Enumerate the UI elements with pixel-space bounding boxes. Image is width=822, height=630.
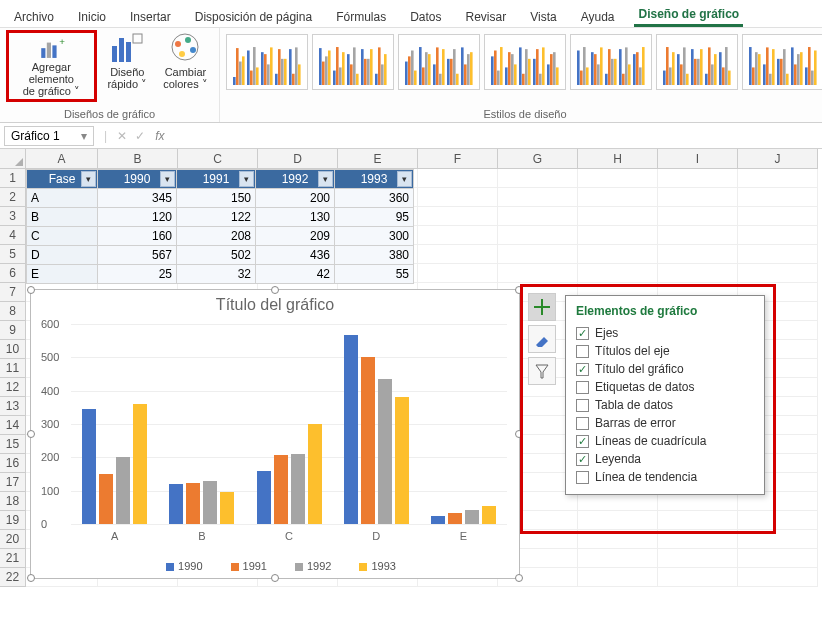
bar[interactable] xyxy=(291,454,305,524)
chart-element-option[interactable]: Etiquetas de datos xyxy=(576,378,754,396)
row-header[interactable]: 21 xyxy=(0,549,26,568)
table-cell[interactable]: 208 xyxy=(177,227,256,246)
cell[interactable] xyxy=(498,264,578,283)
table-cell[interactable]: 160 xyxy=(98,227,177,246)
column-header[interactable]: I xyxy=(658,149,738,169)
column-header[interactable]: B xyxy=(98,149,178,169)
cell[interactable] xyxy=(658,264,738,283)
bar[interactable] xyxy=(431,516,445,524)
chart-style-thumb[interactable] xyxy=(570,34,652,90)
chart-filters-button[interactable] xyxy=(528,357,556,385)
cell[interactable] xyxy=(738,207,818,226)
table-cell[interactable]: 200 xyxy=(256,189,335,208)
cell[interactable] xyxy=(738,264,818,283)
chart-styles-gallery[interactable] xyxy=(226,30,822,90)
legend-item[interactable]: 1991 xyxy=(219,560,267,572)
bar[interactable] xyxy=(203,481,217,524)
bar[interactable] xyxy=(274,455,288,524)
table-cell[interactable]: 42 xyxy=(256,265,335,284)
bar[interactable] xyxy=(378,379,392,524)
legend-item[interactable]: 1993 xyxy=(347,560,395,572)
bar[interactable] xyxy=(344,335,358,524)
cell[interactable] xyxy=(578,226,658,245)
cell[interactable] xyxy=(658,568,738,587)
column-header[interactable]: A xyxy=(26,149,98,169)
cell[interactable] xyxy=(738,549,818,568)
cell[interactable] xyxy=(658,207,738,226)
cell[interactable] xyxy=(658,549,738,568)
chart-element-option[interactable]: ✓Líneas de cuadrícula xyxy=(576,432,754,450)
tab-inicio[interactable]: Inicio xyxy=(74,7,110,27)
table-cell[interactable]: 25 xyxy=(98,265,177,284)
tab-ayuda[interactable]: Ayuda xyxy=(577,7,619,27)
row-header[interactable]: 11 xyxy=(0,359,26,378)
cell[interactable] xyxy=(658,169,738,188)
legend-item[interactable]: 1990 xyxy=(154,560,202,572)
tab-fórmulas[interactable]: Fórmulas xyxy=(332,7,390,27)
row-header[interactable]: 7 xyxy=(0,283,26,302)
filter-dropdown-icon[interactable]: ▾ xyxy=(239,171,254,187)
tab-revisar[interactable]: Revisar xyxy=(462,7,511,27)
column-header[interactable]: E xyxy=(338,149,418,169)
chart-element-option[interactable]: ✓Título del gráfico xyxy=(576,360,754,378)
name-box[interactable]: Gráfico 1▾ xyxy=(4,126,94,146)
filter-dropdown-icon[interactable]: ▾ xyxy=(81,171,96,187)
chart-styles-button[interactable] xyxy=(528,325,556,353)
bar[interactable] xyxy=(99,474,113,524)
table-cell[interactable]: B xyxy=(27,208,98,227)
chart-element-option[interactable]: Línea de tendencia xyxy=(576,468,754,486)
bar[interactable] xyxy=(361,357,375,524)
bar[interactable] xyxy=(169,484,183,524)
embedded-chart[interactable]: Título del gráfico 0100200300400500600AB… xyxy=(30,289,520,579)
change-colors-button[interactable]: Cambiar colores ˅ xyxy=(158,30,213,92)
tab-disposición-de-página[interactable]: Disposición de página xyxy=(191,7,316,27)
table-cell[interactable]: 502 xyxy=(177,246,256,265)
row-header[interactable]: 6 xyxy=(0,264,26,283)
cell[interactable] xyxy=(578,169,658,188)
bar[interactable] xyxy=(465,510,479,524)
cell[interactable] xyxy=(418,169,498,188)
quick-layout-button[interactable]: Diseño rápido ˅ xyxy=(103,30,152,92)
filter-dropdown-icon[interactable]: ▾ xyxy=(318,171,333,187)
cell[interactable] xyxy=(578,188,658,207)
bar[interactable] xyxy=(220,492,234,524)
bar[interactable] xyxy=(257,471,271,524)
bar[interactable] xyxy=(448,513,462,524)
table-header[interactable]: 1991▾ xyxy=(177,170,256,189)
tab-datos[interactable]: Datos xyxy=(406,7,445,27)
row-header[interactable]: 3 xyxy=(0,207,26,226)
bar[interactable] xyxy=(482,506,496,524)
chart-plot-area[interactable]: 0100200300400500600ABCDE xyxy=(71,324,507,528)
bar[interactable] xyxy=(82,409,96,524)
row-header[interactable]: 19 xyxy=(0,511,26,530)
chart-style-thumb[interactable] xyxy=(226,34,308,90)
chart-element-option[interactable]: ✓Leyenda xyxy=(576,450,754,468)
table-cell[interactable]: 360 xyxy=(335,189,414,208)
cell[interactable] xyxy=(498,188,578,207)
cell[interactable] xyxy=(418,264,498,283)
chart-style-thumb[interactable] xyxy=(742,34,822,90)
filter-dropdown-icon[interactable]: ▾ xyxy=(397,171,412,187)
chart-style-thumb[interactable] xyxy=(656,34,738,90)
table-cell[interactable]: 55 xyxy=(335,265,414,284)
row-header[interactable]: 16 xyxy=(0,454,26,473)
cell[interactable] xyxy=(418,226,498,245)
add-chart-element-button[interactable]: + Agregar elemento de gráfico ˅ xyxy=(6,30,97,102)
tab-diseño-de-gráfico[interactable]: Diseño de gráfico xyxy=(634,4,743,27)
table-cell[interactable]: 300 xyxy=(335,227,414,246)
cell[interactable] xyxy=(578,568,658,587)
row-header[interactable]: 4 xyxy=(0,226,26,245)
cell[interactable] xyxy=(418,207,498,226)
cell[interactable] xyxy=(498,245,578,264)
table-cell[interactable]: 32 xyxy=(177,265,256,284)
table-cell[interactable]: D xyxy=(27,246,98,265)
tab-archivo[interactable]: Archivo xyxy=(10,7,58,27)
cell[interactable] xyxy=(738,169,818,188)
cell[interactable] xyxy=(658,245,738,264)
bar[interactable] xyxy=(395,397,409,524)
table-cell[interactable]: 150 xyxy=(177,189,256,208)
cell[interactable] xyxy=(658,226,738,245)
table-cell[interactable]: C xyxy=(27,227,98,246)
table-header[interactable]: 1990▾ xyxy=(98,170,177,189)
table-header[interactable]: 1993▾ xyxy=(335,170,414,189)
